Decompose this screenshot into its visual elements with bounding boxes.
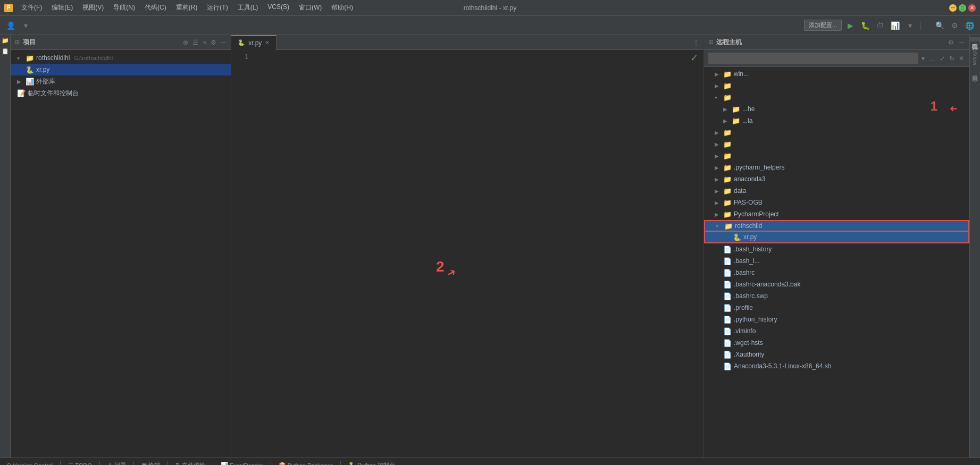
file-transfer-tab[interactable]: ⇅ 文件传输 (171, 460, 210, 465)
console-icon: 🐍 (348, 462, 356, 465)
profile-button[interactable]: ⏱ (874, 19, 886, 32)
menu-run[interactable]: 运行(T) (203, 2, 232, 13)
editor-tabs-more[interactable]: ⋮ (689, 39, 703, 46)
minimize-button[interactable]: ─ (949, 4, 957, 12)
close-button[interactable]: ✕ (968, 4, 976, 12)
remote-item-python-history[interactable]: 📄 .python_history (704, 314, 969, 325)
folder-icon: 📁 (723, 152, 732, 160)
settings-icon[interactable]: ⚙ (210, 38, 217, 47)
remote-item-rothschild[interactable]: ▾ 📁 rothschild (704, 220, 969, 232)
remote-item-bashrc-swp[interactable]: 📄 .bashrc.swp (704, 290, 969, 302)
editor-content[interactable]: 1 ✓ (231, 50, 703, 458)
tree-external-lib[interactable]: ▶ 📊 外部库 (11, 75, 231, 87)
settings-button[interactable]: ⚙ (948, 19, 961, 32)
menu-view[interactable]: 视图(V) (78, 2, 108, 13)
file-icon: 📄 (723, 257, 732, 265)
remote-item-5[interactable]: ▶ 📁 (704, 126, 969, 138)
title-bar: P 文件(F) 编辑(E) 视图(V) 导航(N) 代码(C) 重构(R) 运行… (0, 0, 980, 16)
remote-label-pycharmproj: PycharmProject (734, 210, 779, 218)
close-panel-icon[interactable]: ─ (220, 38, 227, 47)
coverage-button[interactable]: 📊 (889, 19, 901, 32)
remote-item-xr-py[interactable]: 🐍 xr.py (704, 232, 969, 243)
remote-item-4[interactable]: ▶ 📁 ...la (704, 115, 969, 126)
remote-item-2[interactable]: ▾ 📁 (704, 91, 969, 103)
remote-item-xauthority[interactable]: 📄 .Xauthority (704, 349, 969, 360)
remote-label-bashrc: .bashrc (734, 269, 755, 276)
remote-dropdown-icon[interactable]: ▾ (920, 54, 926, 63)
remote-item-6[interactable]: ▶ 📁 (704, 138, 969, 150)
remote-label-pycharm: .pycharm_helpers (734, 164, 784, 171)
remote-item-wget-hsts[interactable]: 📄 .wget-hsts (704, 337, 969, 349)
python-packages-tab[interactable]: 📦 Python Packages (274, 461, 338, 465)
menu-help[interactable]: 帮助(H) (327, 2, 357, 13)
python-console-tab[interactable]: 🐍 Python 控制台 (344, 460, 399, 465)
excel-reader-tab[interactable]: 📊 ExcelReader (216, 461, 267, 465)
remote-item-bash-l[interactable]: 📄 .bash_l... (704, 255, 969, 267)
remote-item-1[interactable]: ▶ 📁 (704, 80, 969, 91)
file-icon: 📄 (723, 304, 732, 312)
maximize-button[interactable]: □ (959, 4, 966, 12)
info-button[interactable]: 🌐 (963, 19, 976, 32)
search-everywhere-button[interactable]: 🔍 (933, 19, 946, 32)
remote-settings-icon[interactable]: ⚙ (947, 38, 955, 47)
tab-xr-py[interactable]: 🐍 xr.py ✕ (231, 35, 277, 50)
remote-item-3[interactable]: ▶ 📁 ...he (704, 103, 969, 115)
remote-item-7[interactable]: ▶ 📁 (704, 150, 969, 162)
root-label: rothschildlhl (36, 54, 70, 62)
remote-refresh-icon[interactable]: ↻ (948, 54, 956, 63)
debug-button[interactable]: 🐛 (859, 19, 872, 32)
menu-code[interactable]: 代码(C) (140, 2, 171, 13)
remote-item-profile[interactable]: 📄 .profile (704, 302, 969, 314)
collapse-all-icon[interactable]: ☰ (191, 38, 199, 47)
remote-item-bash-history[interactable]: 📄 .bash_history (704, 243, 969, 255)
structure-icon[interactable]: 📋 (1, 48, 10, 56)
user-icon[interactable]: 👤 (4, 19, 17, 32)
menu-refactor[interactable]: 重构(R) (172, 2, 202, 13)
right-strip-sciview[interactable]: SciView (971, 43, 979, 67)
menu-vcs[interactable]: VCS(S) (263, 2, 294, 13)
menu-edit[interactable]: 编辑(E) (47, 2, 77, 13)
remote-more-icon[interactable]: … (928, 54, 936, 63)
tree-scratch-files[interactable]: 📝 临时文件和控制台 (11, 87, 231, 99)
packages-label: Python Packages (288, 462, 333, 466)
remote-item-anaconda-sh[interactable]: 📄 Anaconda3-5.3.1-Linux-x86_64.sh (704, 360, 969, 372)
terminal-tab[interactable]: ▣ 终端 (137, 460, 164, 465)
remote-item-bashrc[interactable]: 📄 .bashrc (704, 267, 969, 278)
problems-tab[interactable]: ⚠ 问题 (103, 460, 130, 465)
code-area[interactable] (253, 52, 703, 455)
arrow-1: ➜ (950, 103, 958, 115)
remote-label-pasogt: PAS-OGB (734, 199, 763, 206)
remote-path-bar[interactable] (708, 53, 918, 64)
sync-icon[interactable]: ⊕ (182, 38, 189, 47)
remote-item-viminfo[interactable]: 📄 .viminfo (704, 325, 969, 337)
remote-close-icon[interactable]: ✕ (958, 54, 965, 63)
remote-item-0[interactable]: ▶ 📁 win... (704, 68, 969, 80)
menu-navigate[interactable]: 导航(N) (109, 2, 139, 13)
version-control-tab[interactable]: ⊙ Version Control (2, 461, 57, 465)
remote-item-data[interactable]: ▶ 📁 data (704, 185, 969, 197)
dropdown-icon[interactable]: ▾ (19, 19, 32, 32)
menu-window[interactable]: 窗口(W) (295, 2, 326, 13)
right-strip-remote-config[interactable]: 远程配置 (970, 37, 980, 41)
stop-dropdown[interactable]: ▾ (903, 19, 916, 32)
python-file-icon: 🐍 (26, 66, 34, 74)
run-button[interactable]: ▶ (844, 19, 857, 32)
tree-file-xr-py[interactable]: 🐍 xr.py (11, 64, 231, 75)
remote-item-pasogt[interactable]: ▶ 📁 PAS-OGB (704, 197, 969, 208)
add-config-button[interactable]: 添加配置... (804, 20, 842, 31)
todo-tab[interactable]: ☰ TODO (64, 461, 96, 465)
project-panel-header: ⊞ 项目 ⊕ ☰ ≡ ⚙ ─ (11, 35, 231, 50)
menu-file[interactable]: 文件(F) (17, 2, 46, 13)
tree-root-item[interactable]: ▾ 📁 rothschildlhl G:\rothschildlhl (11, 52, 231, 64)
project-toggle-icon[interactable]: 📁 (1, 37, 10, 46)
remote-item-pycharmproj[interactable]: ▶ 📁 PycharmProject (704, 208, 969, 220)
tab-close-icon[interactable]: ✕ (265, 39, 270, 46)
remote-item-bashrc-bak[interactable]: 📄 .bashrc-anaconda3.bak (704, 278, 969, 290)
remote-item-anaconda[interactable]: ▶ 📁 anaconda3 (704, 173, 969, 185)
menu-tools[interactable]: 工具(L) (233, 2, 263, 13)
right-strip-event-log[interactable]: 事件日志 (970, 69, 980, 73)
expand-icon[interactable]: ≡ (202, 38, 207, 47)
remote-collapse-icon[interactable]: ─ (958, 38, 965, 47)
remote-open-icon[interactable]: ⤢ (939, 54, 946, 63)
remote-item-pycharm[interactable]: ▶ 📁 .pycharm_helpers (704, 162, 969, 173)
